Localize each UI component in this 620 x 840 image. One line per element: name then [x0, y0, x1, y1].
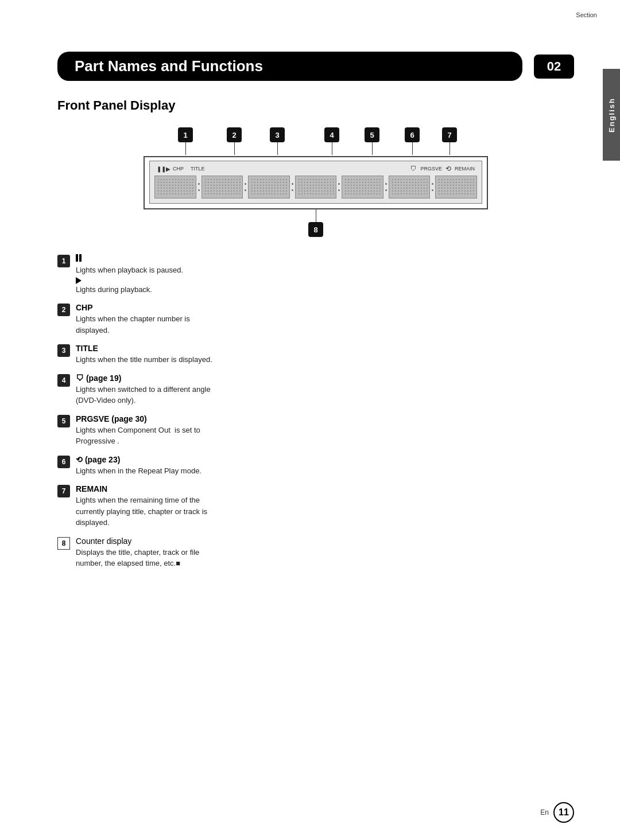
- display-panel-inner: ❚❚▶ CHP TITLE ⛉ PRGSVE ⟲ REMAIN: [149, 161, 482, 204]
- item-badge-5: 5: [57, 415, 70, 427]
- item-desc-3: Lights when the title number is displaye…: [76, 354, 574, 365]
- badge-3: 3: [270, 127, 285, 142]
- play-icon: [76, 277, 82, 284]
- segment-7: [435, 176, 477, 199]
- title-label: TITLE: [191, 166, 205, 172]
- page-footer: En 11: [540, 802, 574, 823]
- segment-5: [342, 176, 383, 199]
- language-sidebar: English: [603, 69, 620, 161]
- item-badge-8: 8: [57, 537, 70, 550]
- segment-6: [389, 176, 431, 199]
- segments-row: [154, 176, 477, 199]
- badge-4: 4: [324, 127, 339, 142]
- item-desc-6: Lights when in the Repeat Play mode.: [76, 465, 574, 477]
- item-badge-2: 2: [57, 304, 70, 316]
- item-content-4: ⛉ (page 19) Lights when switched to a di…: [76, 374, 574, 406]
- pause-play-icon: ❚❚▶: [157, 166, 170, 172]
- item-desc-2: Lights when the chapter number isdisplay…: [76, 313, 574, 336]
- badge-8-line: [316, 209, 316, 222]
- icons-row: ❚❚▶ CHP TITLE ⛉ PRGSVE ⟲ REMAIN: [154, 165, 477, 173]
- item-badge-3: 3: [57, 344, 70, 357]
- en-label: En: [540, 808, 549, 816]
- item-content-2: CHP Lights when the chapter number isdis…: [76, 303, 574, 336]
- item-title-6: ⟲ (page 23): [76, 455, 574, 464]
- title-box: Part Names and Functions: [57, 52, 522, 81]
- item-title-8: Counter display: [76, 536, 574, 546]
- segment-3: [248, 176, 290, 199]
- list-item-1: 1 Lights when playback is paused. Lights…: [57, 254, 574, 295]
- item-content-7: REMAIN Lights when the remaining time of…: [76, 484, 574, 528]
- badge-7: 7: [442, 127, 457, 142]
- angle-icon: ⛉: [410, 165, 417, 172]
- item-badge-7: 7: [57, 485, 70, 497]
- item-desc-5: Lights when Component Out is set toProgr…: [76, 425, 574, 447]
- item-desc-8: Displays the title, chapter, track or fi…: [76, 547, 574, 569]
- item-desc-4: Lights when switched to a different angl…: [76, 384, 574, 406]
- repeat-icon: ⟲: [445, 165, 451, 173]
- item-content-8: Counter display Displays the title, chap…: [76, 536, 574, 569]
- item-title-2: CHP: [76, 303, 574, 312]
- badge-8-container: 8: [308, 209, 323, 237]
- list-item-7: 7 REMAIN Lights when the remaining time …: [57, 484, 574, 528]
- list-item-6: 6 ⟲ (page 23) Lights when in the Repeat …: [57, 455, 574, 477]
- diagram: 1 2 3 4: [144, 127, 488, 237]
- item-desc-1a: Lights when playback is paused.: [76, 265, 574, 276]
- item-badge-4: 4: [57, 374, 70, 387]
- chp-label: CHP: [173, 166, 184, 172]
- item-title-5: PRGSVE (page 30): [76, 414, 574, 423]
- item-content-5: PRGSVE (page 30) Lights when Component O…: [76, 414, 574, 447]
- list-item-8: 8 Counter display Displays the title, ch…: [57, 536, 574, 569]
- page-number: 11: [553, 802, 574, 823]
- badge-6: 6: [405, 127, 420, 142]
- item-content-1: Lights when playback is paused. Lights d…: [76, 254, 574, 295]
- list-item-3: 3 TITLE Lights when the title number is …: [57, 344, 574, 365]
- item-content-3: TITLE Lights when the title number is di…: [76, 344, 574, 365]
- item-title-1: [76, 254, 574, 263]
- list-item-2: 2 CHP Lights when the chapter number isd…: [57, 303, 574, 336]
- item-title-4: ⛉ (page 19): [76, 374, 574, 383]
- segment-2: [202, 176, 243, 199]
- section-label: Section: [576, 11, 597, 18]
- header-bar: Part Names and Functions 02: [57, 52, 574, 81]
- remain-label: REMAIN: [455, 166, 475, 172]
- badge-2: 2: [227, 127, 242, 142]
- item-badge-6: 6: [57, 456, 70, 468]
- page-title: Part Names and Functions: [75, 57, 505, 75]
- display-panel: ❚❚▶ CHP TITLE ⛉ PRGSVE ⟲ REMAIN: [144, 156, 488, 209]
- badge-1: 1: [178, 127, 193, 142]
- list-item-4: 4 ⛉ (page 19) Lights when switched to a …: [57, 374, 574, 406]
- diagram-container: 1 2 3 4: [57, 127, 574, 237]
- subtitle: Front Panel Display: [57, 98, 574, 113]
- item-badge-1: 1: [57, 255, 70, 267]
- item-title-3: TITLE: [76, 344, 574, 353]
- content-list: 1 Lights when playback is paused. Lights…: [57, 254, 574, 569]
- badge-8: 8: [308, 222, 323, 237]
- section-badge: 02: [534, 55, 574, 79]
- item-sub-1: [76, 277, 574, 284]
- prgsve-label: PRGSVE: [420, 166, 442, 172]
- badge-5: 5: [365, 127, 379, 142]
- item-desc-7: Lights when the remaining time of thecur…: [76, 495, 574, 528]
- segment-1: [154, 176, 196, 199]
- segment-4: [295, 176, 337, 199]
- item-desc-1b: Lights during playback.: [76, 284, 574, 295]
- list-item-5: 5 PRGSVE (page 30) Lights when Component…: [57, 414, 574, 447]
- item-title-7: REMAIN: [76, 484, 574, 493]
- item-content-6: ⟲ (page 23) Lights when in the Repeat Pl…: [76, 455, 574, 477]
